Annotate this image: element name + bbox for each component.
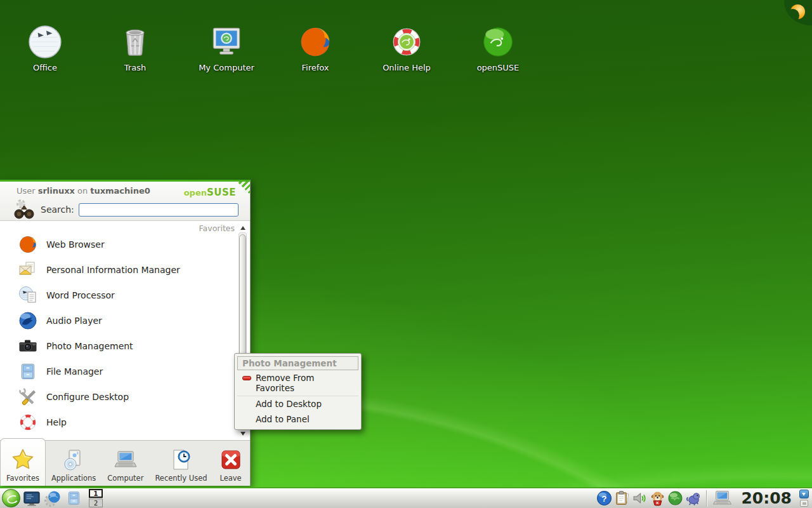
volume-tray-icon[interactable] [632, 490, 648, 506]
menu-item-label: Personal Information Manager [46, 265, 180, 275]
desktop: Office Trash My Computer Firefox Online … [0, 0, 812, 508]
opensuse-sphere-icon [480, 24, 516, 60]
recent-document-clock-icon [169, 448, 193, 472]
taskbar: 1 2 ? K [0, 487, 812, 508]
firefox-icon [298, 24, 333, 60]
search-input[interactable] [79, 203, 239, 217]
context-item-label: Add to Panel [256, 414, 310, 424]
help-tray-icon[interactable]: ? [596, 490, 612, 506]
menu-item-web-browser[interactable]: Web Browser [0, 232, 237, 257]
file-manager-icon [65, 490, 82, 507]
opensuse-gecko-icon [2, 489, 20, 507]
menu-item-audio-player[interactable]: Audio Player [0, 308, 237, 333]
scroll-up-icon[interactable] [240, 224, 246, 232]
desktop-icon-label: My Computer [192, 63, 261, 72]
desktop-icon-label: Firefox [280, 63, 350, 72]
tab-leave[interactable]: Leave [213, 441, 249, 486]
virtual-desktop-pager: 1 2 [89, 489, 103, 507]
show-desktop-button[interactable] [22, 489, 41, 508]
tab-label: Recently Used [155, 474, 207, 483]
menu-item-label: Word Processor [46, 290, 115, 300]
star-icon [11, 448, 35, 472]
tab-applications[interactable]: Applications [46, 441, 102, 486]
context-item-remove-from-favorites[interactable]: Remove From Favorites [237, 370, 358, 396]
context-menu: Photo Management Remove From Favorites A… [234, 353, 362, 430]
opensuse-logo: openSUSE [184, 186, 236, 198]
tools-icon [18, 387, 38, 407]
word-processor-icon [18, 285, 38, 305]
pager-desktop-1[interactable]: 1 [89, 489, 103, 498]
desktop-search-dog-tray-icon[interactable]: K [650, 490, 665, 506]
favorites-list: Web Browser Personal Information Manager… [0, 232, 237, 435]
clipboard-tray-icon[interactable] [614, 490, 630, 506]
menu-item-configure-desktop[interactable]: Configure Desktop [0, 384, 237, 410]
applications-box-icon [62, 448, 86, 472]
kontact-icon [18, 260, 38, 280]
menu-item-label: Configure Desktop [46, 392, 129, 402]
file-manager-icon [18, 361, 38, 382]
on-word: on [77, 186, 88, 196]
cashew-crescent-icon [790, 4, 805, 19]
power-creature-tray-icon[interactable] [685, 490, 701, 506]
lifering-icon [18, 412, 38, 432]
firefox-icon [18, 234, 38, 255]
laptop-icon [114, 448, 138, 472]
lifering-gecko-icon [389, 24, 424, 60]
desktop-icon-firefox[interactable]: Firefox [280, 24, 350, 72]
tab-label: Applications [51, 474, 96, 483]
menu-item-file-manager[interactable]: File Manager [0, 359, 237, 384]
panel-hide-arrow-icon[interactable] [799, 490, 809, 498]
context-item-add-to-desktop[interactable]: Add to Desktop [237, 396, 358, 411]
network-manager-tray-icon[interactable] [712, 490, 733, 507]
menu-item-label: Audio Player [46, 316, 102, 326]
desktop-icon-online-help[interactable]: Online Help [372, 24, 442, 72]
panel-cashew-icon[interactable] [800, 500, 808, 507]
tab-label: Favorites [6, 474, 39, 483]
desktop-icon-my-computer[interactable]: My Computer [192, 24, 261, 72]
kickoff-body: Favorites Web Browser Personal Informati… [0, 221, 250, 440]
kickoff-menu: Usersrlinuxxontuxmachine0 openSUSE Searc… [0, 180, 251, 486]
context-item-label: Remove From Favorites [256, 373, 315, 393]
logo-suse-text: SUSE [207, 187, 236, 198]
panel-controls [799, 490, 809, 507]
camera-icon [18, 336, 38, 356]
tab-label: Computer [107, 474, 143, 483]
tab-favorites[interactable]: Favorites [0, 438, 46, 486]
menu-item-help[interactable]: Help [0, 410, 237, 435]
menu-item-word-processor[interactable]: Word Processor [0, 283, 237, 308]
context-item-add-to-panel[interactable]: Add to Panel [237, 411, 358, 427]
kickoff-launcher-button[interactable] [1, 489, 20, 508]
menu-item-label: Web Browser [46, 239, 105, 250]
hostname: tuxmachine0 [90, 186, 150, 196]
dark-monitor-icon [23, 490, 41, 507]
menu-item-label: Help [46, 417, 67, 427]
remove-minus-icon [242, 376, 251, 380]
menu-item-photo-management[interactable]: Photo Management [0, 333, 237, 359]
taskbar-clock[interactable]: 20:08 [741, 489, 792, 507]
desktop-icon-trash[interactable]: Trash [100, 24, 170, 72]
desktop-icon-label: Online Help [372, 63, 442, 72]
scroll-down-icon[interactable] [240, 432, 246, 436]
desktop-icon-opensuse[interactable]: openSUSE [463, 24, 533, 72]
menu-item-label: File Manager [46, 366, 103, 377]
file-manager-launcher[interactable] [64, 489, 83, 508]
desktop-icon-label: Office [10, 63, 80, 72]
amarok-icon [18, 311, 38, 331]
tab-computer[interactable]: Computer [102, 441, 149, 486]
updater-globe-tray-icon[interactable] [667, 490, 683, 506]
desktop-icon-label: openSUSE [463, 63, 533, 72]
user-word: User [16, 186, 36, 196]
search-label: Search: [41, 204, 74, 215]
tab-label: Leave [219, 474, 241, 483]
desktop-icon-office[interactable]: Office [10, 24, 80, 72]
context-item-label: Add to Desktop [256, 399, 322, 409]
pager-desktop-2[interactable]: 2 [89, 498, 103, 507]
trash-icon [117, 24, 153, 60]
tray-divider [706, 490, 707, 507]
desktop-icon-label: Trash [100, 63, 170, 72]
leave-x-icon [219, 448, 243, 472]
menu-item-pim[interactable]: Personal Information Manager [0, 257, 237, 283]
web-browser-launcher[interactable] [43, 489, 62, 508]
plasma-cashew-toggle[interactable] [784, 0, 812, 25]
tab-recently-used[interactable]: Recently Used [149, 441, 213, 486]
